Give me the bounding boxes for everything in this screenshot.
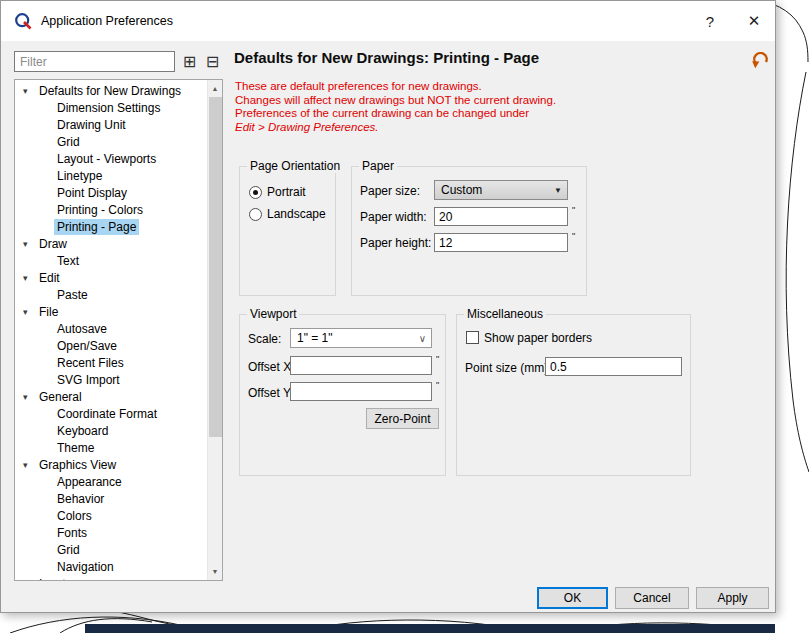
tree-item[interactable]: ▾Draw [15, 235, 208, 252]
tree-item[interactable]: Behavior [15, 490, 208, 507]
point-size-input[interactable] [545, 357, 682, 376]
tree-item[interactable]: ▾Input [15, 575, 208, 580]
offset-y-input[interactable] [290, 382, 432, 401]
paper-width-input[interactable] [434, 207, 568, 226]
reset-to-defaults-button[interactable] [748, 49, 772, 71]
tree-item-label: Colors [54, 508, 95, 524]
tree-item-label: Keyboard [54, 423, 111, 439]
tree-item[interactable]: Printing - Page [15, 218, 208, 235]
scrollbar-thumb[interactable] [209, 97, 222, 437]
tree-expand-icon[interactable]: ▾ [23, 239, 33, 249]
preferences-tree-panel: ▾Defaults for New DrawingsDimension Sett… [14, 79, 223, 581]
radio-icon [249, 208, 262, 221]
tree-expand-icon[interactable]: ▾ [23, 86, 33, 96]
tree-item[interactable]: Colors [15, 507, 208, 524]
ok-button[interactable]: OK [537, 587, 608, 609]
tree-item-label: Coordinate Format [54, 406, 160, 422]
reset-icon [750, 52, 770, 69]
application-preferences-dialog: Application Preferences ? ✕ ⊞ ⊟ ▾Default… [0, 0, 776, 613]
offset-x-input[interactable] [290, 356, 432, 375]
tree-item-label: Paste [54, 287, 91, 303]
tree-expand-icon[interactable]: ▾ [23, 579, 33, 581]
cancel-button[interactable]: Cancel [615, 587, 689, 609]
tree-item[interactable]: Linetype [15, 167, 208, 184]
scale-label: Scale: [248, 332, 281, 346]
window-title: Application Preferences [41, 14, 173, 28]
tree-item[interactable]: ▾General [15, 388, 208, 405]
expand-all-icon[interactable]: ⊞ [179, 51, 200, 72]
tree-item-label: Input [36, 576, 69, 581]
tree-item-label: Navigation [54, 559, 117, 575]
tree-item[interactable]: Paste [15, 286, 208, 303]
tree-item[interactable]: Printing - Colors [15, 201, 208, 218]
tree-item[interactable]: ▾Edit [15, 269, 208, 286]
tree-item[interactable]: ▾Graphics View [15, 456, 208, 473]
inch-mark: " [436, 354, 439, 364]
tree-item[interactable]: Theme [15, 439, 208, 456]
group-title: Viewport [247, 307, 299, 321]
tree-item-label: Point Display [54, 185, 130, 201]
tree-item[interactable]: Navigation [15, 558, 208, 575]
tree-item-label: Printing - Page [54, 219, 139, 235]
warning-link: Edit > Drawing Preferences. [235, 121, 556, 135]
show-paper-borders-checkbox[interactable] [466, 331, 479, 344]
taskbar-strip [85, 624, 775, 633]
tree-item[interactable]: ▾File [15, 303, 208, 320]
tree-item[interactable]: Layout - Viewports [15, 150, 208, 167]
tree-item-label: General [36, 389, 85, 405]
tree-item[interactable]: Recent Files [15, 354, 208, 371]
offset-x-label: Offset X: [248, 360, 294, 374]
tree-expand-icon[interactable]: ▾ [23, 460, 33, 470]
scroll-up-icon[interactable]: ▲ [208, 81, 222, 96]
tree-item-label: Edit [36, 270, 63, 286]
tree-item-label: SVG Import [54, 372, 123, 388]
tree: ▾Defaults for New DrawingsDimension Sett… [15, 82, 208, 580]
tree-item[interactable]: Drawing Unit [15, 116, 208, 133]
tree-scrollbar[interactable]: ▲ ▼ [207, 80, 222, 580]
apply-button[interactable]: Apply [696, 587, 769, 609]
filter-input[interactable] [14, 51, 175, 72]
tree-expand-icon[interactable]: ▾ [23, 392, 33, 402]
warning-line: These are default preferences for new dr… [235, 80, 556, 94]
close-button[interactable]: ✕ [737, 1, 771, 41]
show-paper-borders-label: Show paper borders [484, 331, 592, 345]
tree-item[interactable]: Appearance [15, 473, 208, 490]
tree-item-label: Theme [54, 440, 97, 456]
miscellaneous-group: Miscellaneous Show paper borders Point s… [456, 314, 691, 476]
tree-item[interactable]: Grid [15, 133, 208, 150]
offset-y-label: Offset Y: [248, 386, 294, 400]
scroll-down-icon[interactable]: ▼ [208, 564, 222, 579]
page-orientation-group: Page Orientation PortraitLandscape [239, 166, 336, 296]
collapse-all-icon[interactable]: ⊟ [202, 51, 223, 72]
tree-item[interactable]: SVG Import [15, 371, 208, 388]
scale-value: 1" = 1" [297, 331, 333, 345]
tree-item[interactable]: Text [15, 252, 208, 269]
tree-item[interactable]: Coordinate Format [15, 405, 208, 422]
tree-item-label: Defaults for New Drawings [36, 83, 184, 99]
tree-item[interactable]: Grid [15, 541, 208, 558]
tree-item[interactable]: Autosave [15, 320, 208, 337]
title-bar: Application Preferences ? ✕ [1, 1, 775, 41]
tree-item[interactable]: Fonts [15, 524, 208, 541]
tree-item[interactable]: Point Display [15, 184, 208, 201]
group-title: Page Orientation [247, 159, 343, 173]
tree-expand-icon[interactable]: ▾ [23, 307, 33, 317]
radio-landscape[interactable]: Landscape [249, 207, 326, 221]
tree-item[interactable]: Dimension Settings [15, 99, 208, 116]
radio-portrait[interactable]: Portrait [249, 185, 326, 199]
tree-item[interactable]: Keyboard [15, 422, 208, 439]
inch-mark: " [572, 205, 575, 215]
paper-height-input[interactable] [434, 233, 568, 252]
tree-expand-icon[interactable]: ▾ [23, 273, 33, 283]
tree-item-label: Linetype [54, 168, 105, 184]
tree-item[interactable]: Open/Save [15, 337, 208, 354]
inch-mark: " [436, 380, 439, 390]
tree-item[interactable]: ▾Defaults for New Drawings [15, 82, 208, 99]
orientation-options: PortraitLandscape [249, 185, 326, 221]
tree-item-label: Printing - Colors [54, 202, 146, 218]
help-button[interactable]: ? [693, 1, 727, 41]
paper-size-select[interactable]: Custom ▼ [434, 180, 568, 200]
tree-item-label: Fonts [54, 525, 90, 541]
scale-select[interactable]: 1" = 1" ∨ [290, 328, 432, 348]
zero-point-button[interactable]: Zero-Point [366, 408, 439, 429]
